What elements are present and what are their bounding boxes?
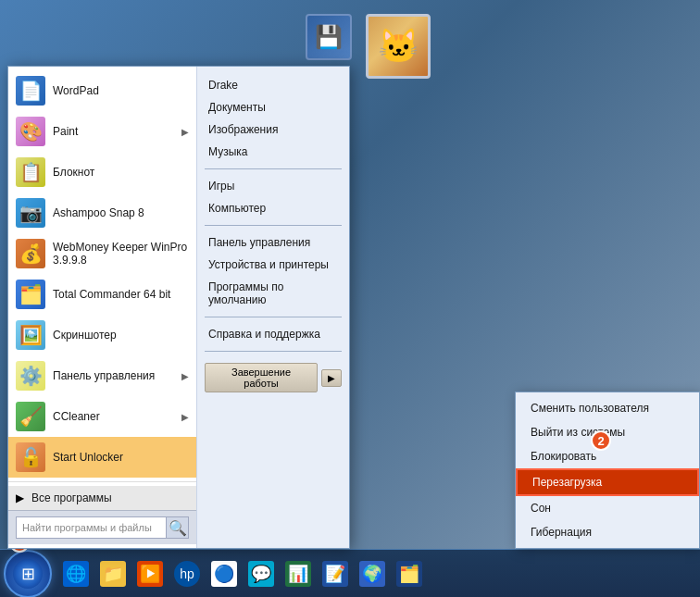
- desktop: 💾 🐱 📄 WordPad 🎨 Paint ▶ 📋 Блокнот: [0, 0, 700, 597]
- taskbar-hp-icon[interactable]: hp: [170, 557, 204, 591]
- right-item-music[interactable]: Музыка: [197, 141, 349, 163]
- ashampoo-icon: 📷: [16, 198, 45, 228]
- taskbar-explorer-icon[interactable]: 📁: [96, 557, 130, 591]
- right-item-games[interactable]: Игры: [197, 175, 349, 197]
- menu-item-ashampoo[interactable]: 📷 Ashampoo Snap 8: [8, 193, 196, 233]
- floppy-disk-icon: 💾: [306, 14, 352, 60]
- start-menu-left-panel: 📄 WordPad 🎨 Paint ▶ 📋 Блокнот 📷 Ashampoo…: [8, 67, 196, 548]
- menu-item-totalcmd[interactable]: 🗂️ Total Commander 64 bit: [8, 274, 196, 315]
- right-item-controlpanel[interactable]: Панель управления: [197, 231, 349, 254]
- menu-item-unlocker[interactable]: 🔓 Start Unlocker: [8, 437, 196, 478]
- all-programs-button[interactable]: ▶ Все программы: [8, 486, 196, 510]
- taskbar-ie-icon[interactable]: 🌐: [59, 557, 93, 591]
- webmoney-label: WebMoney Keeper WinPro 3.9.9.8: [53, 241, 189, 267]
- menu-item-wordpad[interactable]: 📄 WordPad: [8, 70, 196, 111]
- menu-item-screenshot[interactable]: 🖼️ Скриншотер: [8, 315, 196, 355]
- start-menu-content: 📄 WordPad 🎨 Paint ▶ 📋 Блокнот 📷 Ashampoo…: [8, 67, 349, 548]
- badge-number-2: 2: [591, 430, 611, 451]
- search-icon[interactable]: 🔍: [167, 516, 189, 539]
- search-placeholder: Найти программы и файлы: [22, 522, 152, 533]
- paint-icon: 🎨: [16, 117, 45, 146]
- shutdown-button[interactable]: Завершение работы: [205, 363, 318, 392]
- search-area: Найти программы и файлы 🔍: [8, 510, 196, 544]
- ccleaner-arrow: ▶: [181, 412, 189, 422]
- wordpad-icon: 📄: [16, 76, 45, 106]
- taskbar-icons: 🌐 📁 ▶️ hp 🔵 💬 📊 📝: [59, 557, 426, 591]
- menu-divider: [8, 481, 196, 482]
- right-item-documents[interactable]: Документы: [197, 96, 349, 118]
- sleep-item[interactable]: Сон: [516, 496, 699, 520]
- right-divider-3: [205, 317, 342, 317]
- menu-item-controlpanel[interactable]: ⚙️ Панель управления ▶: [8, 355, 196, 396]
- totalcmd-icon: 🗂️: [16, 280, 45, 309]
- webmoney-icon: 💰: [16, 239, 45, 268]
- menu-item-webmoney[interactable]: 💰 WebMoney Keeper WinPro 3.9.9.8: [8, 233, 196, 274]
- controlpanel-label: Панель управления: [53, 369, 155, 382]
- right-divider-1: [205, 168, 342, 169]
- shutdown-row: Завершение работы ▶: [197, 357, 349, 398]
- taskbar-skype-icon[interactable]: 💬: [244, 557, 278, 591]
- right-divider-4: [205, 351, 342, 352]
- unlocker-label: Start Unlocker: [53, 451, 123, 464]
- taskbar-network-icon[interactable]: 🌍: [356, 557, 389, 591]
- controlpanel-arrow: ▶: [181, 371, 189, 381]
- notepad-label: Блокнот: [53, 166, 94, 179]
- paint-label: Paint: [53, 125, 78, 138]
- restart-item[interactable]: Перезагрузка: [516, 468, 699, 496]
- user-avatar-cat: 🐱: [366, 14, 431, 79]
- unlocker-icon: 🔓: [16, 442, 45, 472]
- start-menu-right-panel: Drake Документы Изображения Музыка Игры …: [196, 67, 349, 548]
- controlpanel-icon: ⚙️: [16, 361, 45, 391]
- paint-arrow: ▶: [181, 127, 189, 137]
- taskbar-excel-icon[interactable]: 📊: [281, 557, 315, 591]
- taskbar-word-icon[interactable]: 📝: [319, 557, 352, 591]
- menu-item-paint[interactable]: 🎨 Paint ▶: [8, 111, 196, 152]
- start-menu: 📄 WordPad 🎨 Paint ▶ 📋 Блокнот 📷 Ashampoo…: [7, 66, 350, 549]
- windows-logo: ⊞: [21, 564, 35, 584]
- shutdown-context-menu: Сменить пользователя Выйти из системы Бл…: [515, 392, 700, 549]
- right-item-images[interactable]: Изображения: [197, 118, 349, 141]
- right-item-drake[interactable]: Drake: [197, 74, 349, 96]
- right-item-defaults[interactable]: Программы по умолчанию: [197, 276, 349, 311]
- search-box[interactable]: Найти программы и файлы: [16, 516, 167, 539]
- shutdown-arrow-button[interactable]: ▶: [321, 369, 342, 387]
- screenshot-icon: 🖼️: [16, 320, 45, 350]
- taskbar-chrome-icon[interactable]: 🔵: [207, 557, 241, 591]
- menu-item-ccleaner[interactable]: 🧹 CCleaner ▶: [8, 396, 196, 437]
- taskbar-totalcmd-icon[interactable]: 🗂️: [393, 557, 426, 591]
- wordpad-label: WordPad: [53, 84, 99, 97]
- notepad-icon: 📋: [16, 157, 45, 187]
- taskbar: ⊞ 1 🌐 📁 ▶️ hp 🔵 💬: [0, 549, 700, 597]
- ccleaner-icon: 🧹: [16, 402, 45, 431]
- screenshot-label: Скриншотер: [53, 329, 117, 342]
- taskbar-media-icon[interactable]: ▶️: [133, 557, 167, 591]
- totalcmd-label: Total Commander 64 bit: [53, 288, 170, 301]
- menu-item-notepad[interactable]: 📋 Блокнот: [8, 152, 196, 193]
- right-item-help[interactable]: Справка и поддержка: [197, 323, 349, 345]
- hibernate-item[interactable]: Гибернация: [516, 520, 699, 544]
- start-button[interactable]: ⊞: [4, 550, 52, 598]
- right-item-devices[interactable]: Устройства и принтеры: [197, 254, 349, 276]
- right-item-computer[interactable]: Компьютер: [197, 197, 349, 219]
- start-button-inner: ⊞: [13, 559, 43, 589]
- switch-user-item[interactable]: Сменить пользователя: [516, 396, 699, 420]
- all-programs-label: Все программы: [31, 491, 112, 504]
- right-divider-2: [205, 225, 342, 226]
- ccleaner-label: CCleaner: [53, 410, 100, 423]
- ashampoo-label: Ashampoo Snap 8: [53, 206, 144, 219]
